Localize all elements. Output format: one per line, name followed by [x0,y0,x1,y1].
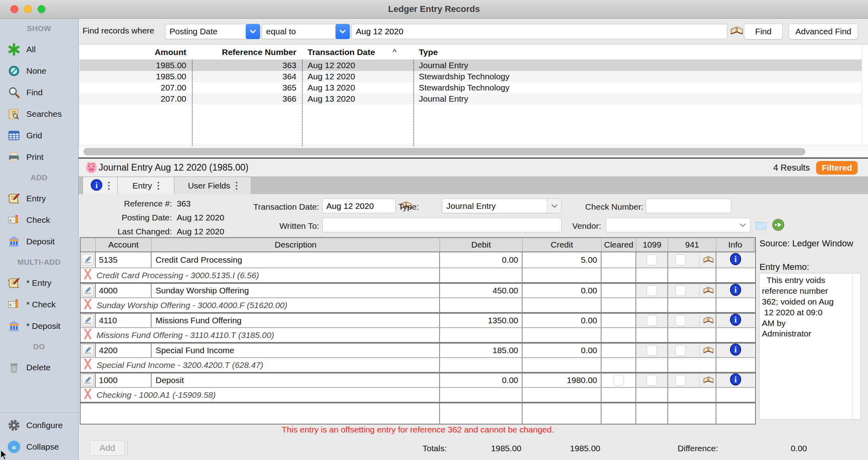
cleared-cell[interactable] [602,374,636,387]
1099-checkbox[interactable] [647,254,657,265]
1099-checkbox[interactable] [647,345,657,356]
941-checkbox[interactable] [675,345,686,356]
sidebar-item-collapse[interactable]: «Collapse [0,436,78,458]
sidebar-item-grid[interactable]: Grid [0,125,78,146]
book-icon[interactable] [699,374,716,387]
grid-entry-row-1000[interactable]: 1000Deposit0.001980.00i [81,372,755,387]
grid-entry-row-4110[interactable]: 4110Missions Fund Offering1350.000.00i [81,312,755,327]
1099-checkbox[interactable] [647,375,657,386]
result-row-364[interactable]: 1985.00364Aug 12 2020Stewardship Technol… [79,71,868,82]
941-checkbox[interactable] [675,315,686,326]
tab-record-info[interactable]: i [83,177,118,195]
1099-cell[interactable] [636,284,668,297]
account-cell[interactable]: 4200 [96,344,152,357]
description-cell[interactable]: Credit Card Processing [152,252,440,267]
date-book-icon[interactable] [730,26,744,38]
book-icon[interactable] [699,284,716,297]
sidebar-item-print[interactable]: Print [0,146,78,168]
entry-memo-box[interactable]: This entry voids reference number 362; v… [759,273,861,420]
results-horizontal-scrollbar[interactable] [79,145,868,157]
debit-cell[interactable]: 185.00 [440,344,523,357]
edit-line-button[interactable] [81,284,96,297]
column-header-type[interactable]: Type [413,47,868,57]
pencil-icon[interactable] [82,344,94,356]
941-cell[interactable] [668,252,716,267]
sidebar-item-configure[interactable]: Configure [0,415,78,436]
credit-cell[interactable]: 0.00 [523,344,602,357]
1099-checkbox[interactable] [647,285,657,296]
debit-cell[interactable]: 0.00 [440,252,523,267]
pencil-icon[interactable] [82,315,94,326]
941-checkbox[interactable] [675,254,686,265]
debit-cell[interactable]: 450.00 [440,284,523,297]
941-cell[interactable] [668,374,716,387]
credit-cell[interactable]: 0.00 [523,284,602,297]
1099-cell[interactable] [636,374,668,387]
tab-menu-dots-icon[interactable] [158,182,159,190]
debit-cell[interactable]: 1350.00 [440,314,523,327]
results-vertical-scrollbar[interactable] [862,45,868,145]
find-button[interactable]: Find [744,24,783,39]
sidebar-item-none[interactable]: None [0,60,78,82]
account-cell[interactable]: 4000 [96,284,152,297]
pencil-icon[interactable] [82,254,94,266]
scrollbar-thumb[interactable] [83,148,805,155]
edit-line-button[interactable] [81,374,96,387]
sidebar-item-searches[interactable]: Searches [0,103,78,125]
sidebar-item-delete[interactable]: Delete [0,357,78,378]
credit-cell[interactable]: 1980.00 [523,374,602,387]
sidebar-item-check[interactable]: $Check [0,209,78,231]
book-icon[interactable] [699,344,716,357]
sidebar-item-deposit[interactable]: Deposit [0,231,78,252]
grid-entry-row-5135[interactable]: 5135Credit Card Processing0.005.00i [81,252,755,267]
edit-line-button[interactable] [81,344,96,357]
941-cell[interactable] [668,314,716,327]
info-icon[interactable]: i [730,253,742,267]
cleared-checkbox[interactable] [614,375,624,386]
column-header-amount[interactable]: Amount [79,47,192,57]
book-icon[interactable] [699,314,716,327]
info-cell[interactable]: i [716,314,754,327]
tab-entry[interactable]: Entry [118,177,174,195]
chevron-down-icon[interactable] [246,24,260,39]
result-row-366[interactable]: 207.00366Aug 13 2020Journal Entry [79,93,868,104]
edit-line-button[interactable] [81,314,96,327]
description-cell[interactable]: Sunday Worship Offering [152,284,440,297]
find-value-input[interactable] [351,24,727,39]
credit-cell[interactable]: 5.00 [523,252,602,267]
info-cell[interactable]: i [716,374,754,387]
column-header-reference[interactable]: Reference Number [192,47,302,57]
cleared-cell[interactable] [602,284,636,297]
memo-scrollbar[interactable] [852,273,860,419]
result-row-365[interactable]: 207.00365Aug 13 2020Stewardship Technolo… [79,82,868,93]
info-icon[interactable]: i [730,344,742,357]
vendor-combo[interactable] [606,218,750,232]
sidebar-item-deposit[interactable]: * Deposit [0,315,78,337]
tab-user-fields[interactable]: User Fields [174,177,251,195]
cleared-cell[interactable] [602,252,636,267]
sidebar-item-find[interactable]: Find [0,82,78,103]
grid-entry-row-4200[interactable]: 4200Special Fund Income185.000.00i [81,342,755,357]
pencil-icon[interactable] [82,285,94,297]
sidebar-item-all[interactable]: All [0,39,78,60]
941-cell[interactable] [668,284,716,297]
column-header-transaction-date[interactable]: Transaction Date^ [302,47,413,57]
edit-line-button[interactable] [81,252,96,267]
1099-checkbox[interactable] [647,315,657,326]
description-cell[interactable]: Deposit [152,374,440,387]
info-cell[interactable]: i [716,284,754,297]
debit-cell[interactable]: 0.00 [440,374,523,387]
941-checkbox[interactable] [675,285,686,296]
book-icon[interactable] [699,252,716,267]
1099-cell[interactable] [636,314,668,327]
filtered-badge[interactable]: Filtered [816,161,858,175]
go-arrow-icon[interactable] [772,218,785,233]
account-cell[interactable]: 1000 [96,374,152,387]
result-row-363[interactable]: 1985.00363Aug 12 2020Journal Entry [79,60,868,71]
cleared-cell[interactable] [602,344,636,357]
advanced-find-button[interactable]: Advanced Find [789,24,858,39]
add-line-button[interactable]: Add [90,440,125,456]
grid-entry-row-4000[interactable]: 4000Sunday Worship Offering450.000.00i [81,282,755,297]
account-cell[interactable]: 4110 [96,314,152,327]
941-cell[interactable] [668,344,716,357]
